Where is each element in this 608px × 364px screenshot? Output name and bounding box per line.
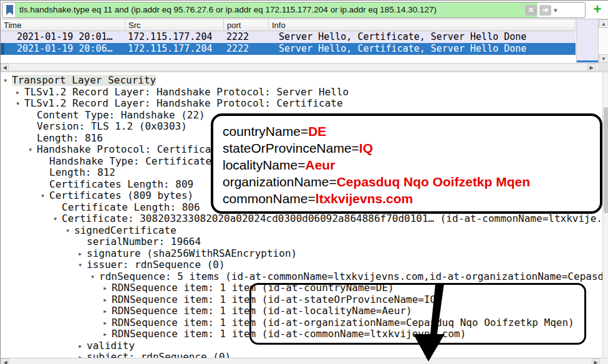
tree-row[interactable]: ▸RDNSequence item: 1 item (id-at-localit… — [1, 305, 602, 317]
tree-row[interactable]: ▾Transport Layer Security — [1, 75, 602, 87]
column-header-src[interactable]: Src — [125, 19, 224, 31]
tree-row-text: RDNSequence item: 1 item (id-at-commonNa… — [112, 328, 466, 340]
tree-row-text: TLSv1.2 Record Layer: Handshake Protocol… — [24, 87, 349, 98]
filter-toolbar: tls.handshake.type eq 11 and (ip.addr eq… — [1, 1, 608, 19]
packet-detail-pane: ▾Transport Layer Security▸TLSv1.2 Record… — [1, 70, 608, 364]
filter-query-text[interactable]: tls.handshake.type eq 11 and (ip.addr eq… — [19, 5, 437, 14]
expander-open-icon[interactable]: ▾ — [16, 98, 20, 110]
tree-row-text: signature (sha256WithRSAEncryption) — [87, 248, 297, 259]
close-icon: ✕ — [528, 6, 534, 14]
annotation-value: IQ — [359, 141, 373, 155]
tree-row[interactable]: serialNumber: 19664 — [1, 236, 602, 248]
cell-src: 172.115.177.204 — [125, 31, 224, 43]
plus-icon: + — [594, 1, 602, 17]
annotation-label: countryName= — [223, 124, 308, 138]
tree-row-text: RDNSequence item: 1 item (id-at-organiza… — [112, 317, 574, 328]
tree-row-text: Length: 812 — [49, 167, 115, 178]
annotation-label: localityName= — [223, 158, 305, 172]
expander-open-icon[interactable]: ▾ — [65, 225, 70, 237]
tree-row[interactable]: ▸subject: rdnSequence (0) — [1, 352, 602, 358]
packet-row[interactable]: 2021-01-19 20:06…172.115.177.2042222Serv… — [1, 43, 576, 55]
expander-closed-icon[interactable]: ▸ — [16, 87, 20, 98]
packet-list-vscrollbar[interactable]: ▲ ▼ — [598, 19, 608, 63]
expander-open-icon[interactable]: ▾ — [3, 75, 7, 87]
packet-list-hscrollbar[interactable]: ◀ ▶ — [1, 63, 598, 70]
arrow-right-icon: ➜ — [542, 6, 548, 14]
expander-closed-icon[interactable]: ▸ — [103, 282, 107, 294]
tree-row-text: serialNumber: 19664 — [87, 236, 201, 247]
scrollbar-corner — [598, 63, 608, 70]
tree-row[interactable]: ▾TLSv1.2 Record Layer: Handshake Protoco… — [1, 98, 602, 110]
tree-row-text: RDNSequence item: 1 item (id-at-stateOrP… — [112, 294, 442, 305]
tree-row-text: subject: rdnSequence (0) — [87, 352, 231, 358]
expander-closed-icon[interactable]: ▸ — [78, 248, 82, 260]
expander-open-icon[interactable]: ▾ — [90, 271, 95, 283]
annotation-line: localityName=Aeur — [223, 156, 600, 173]
filter-apply-button[interactable]: ➜ — [539, 5, 551, 16]
packet-list-minimap[interactable] — [576, 19, 598, 63]
tree-row[interactable]: ▸RDNSequence item: 1 item (id-at-stateOr… — [1, 294, 602, 306]
tree-row-text: Version: TLS 1.2 (0x0303) — [37, 121, 187, 132]
tree-row-text: RDNSequence item: 1 item (id-at-locality… — [112, 305, 412, 317]
expander-open-icon[interactable]: ▾ — [28, 144, 32, 156]
expander-closed-icon[interactable]: ▸ — [103, 305, 107, 317]
expander-closed-icon[interactable]: ▸ — [103, 294, 107, 306]
filter-bookmark-icon[interactable] — [6, 5, 13, 15]
cell-port: 2222 — [224, 31, 269, 43]
expander-open-icon[interactable]: ▾ — [53, 213, 57, 225]
annotation-line: organizationName=Cepasduq Nqo Ooifzetkp … — [223, 173, 600, 190]
tree-row-text: Transport Layer Security — [12, 75, 156, 86]
filter-clear-button[interactable]: ✕ — [525, 5, 537, 16]
scroll-down-icon[interactable]: ▼ — [599, 54, 608, 63]
annotation-value: ltxkvijevns.com — [316, 191, 413, 206]
tree-row-text: validity — [87, 340, 135, 352]
cell-time: 2021-01-19 20:01… — [1, 31, 125, 43]
tree-row[interactable]: ▸RDNSequence item: 1 item (id-at-country… — [1, 282, 602, 294]
expander-closed-icon[interactable]: ▸ — [103, 328, 107, 340]
display-filter-input[interactable]: tls.handshake.type eq 11 and (ip.addr eq… — [2, 2, 586, 18]
column-header-time[interactable]: Time — [1, 19, 125, 31]
wireshark-window: tls.handshake.type eq 11 and (ip.addr eq… — [0, 0, 608, 364]
tree-row[interactable]: ▸RDNSequence item: 1 item (id-at-commonN… — [1, 328, 602, 340]
tree-row[interactable]: ▾Certificate: 308203233082020a02024cd030… — [1, 213, 602, 225]
packet-list-header: Time Src port Info — [1, 19, 576, 31]
cell-info: Server Hello, Certificate, Server Hello … — [269, 31, 576, 43]
detail-vscrollbar[interactable] — [602, 72, 608, 358]
tree-row-text: issuer: rdnSequence (0) — [87, 259, 225, 271]
tree-row[interactable]: ▸TLSv1.2 Record Layer: Handshake Protoco… — [1, 87, 602, 98]
scrollbar-thumb[interactable] — [604, 107, 608, 213]
tree-row[interactable]: ▾signedCertificate — [1, 225, 602, 237]
tree-row[interactable]: ▾rdnSequence: 5 items (id-at-commonName=… — [1, 271, 602, 283]
cell-port: 2222 — [224, 43, 269, 55]
expander-closed-icon[interactable]: ▸ — [78, 352, 82, 358]
scroll-right-icon[interactable]: ▶ — [592, 358, 600, 364]
expander-open-icon[interactable]: ▾ — [41, 190, 45, 202]
tree-row[interactable]: ▾issuer: rdnSequence (0) — [1, 259, 602, 271]
cell-src: 172.115.177.204 — [125, 43, 224, 55]
tree-row-text: signedCertificate — [74, 225, 176, 236]
expander-open-icon[interactable]: ▾ — [78, 259, 82, 271]
tree-row[interactable]: ▸signature (sha256WithRSAEncryption) — [1, 248, 602, 260]
tree-row-text: Certificates (809 bytes) — [49, 190, 193, 201]
scroll-left-icon[interactable]: ◀ — [1, 358, 9, 364]
cell-info: Server Hello, Certificate, Server Hello … — [269, 43, 576, 55]
certificate-annotation-box: countryName=DEstateOrProvinceName=IQloca… — [211, 113, 602, 214]
tree-row-text: TLSv1.2 Record Layer: Handshake Protocol… — [24, 98, 343, 109]
packet-rows: 2021-01-19 20:01…172.115.177.2042222Serv… — [1, 31, 576, 55]
column-header-info[interactable]: Info — [269, 19, 576, 31]
expander-closed-icon[interactable]: ▸ — [78, 340, 82, 352]
packet-list: Time Src port Info 2021-01-19 20:01…172.… — [1, 19, 608, 70]
tree-row[interactable]: ▸validity — [1, 340, 602, 352]
annotation-label: commonName= — [223, 191, 316, 206]
tree-row-text: Certificate Length: 806 — [62, 202, 200, 213]
tree-row[interactable]: ▸RDNSequence item: 1 item (id-at-organiz… — [1, 317, 602, 329]
expander-closed-icon[interactable]: ▸ — [103, 317, 107, 329]
annotation-value: Aeur — [305, 158, 335, 172]
scroll-up-icon[interactable]: ▲ — [599, 19, 608, 28]
column-header-port[interactable]: port — [224, 19, 269, 31]
detail-hscrollbar[interactable] — [1, 358, 608, 364]
packet-row[interactable]: 2021-01-19 20:01…172.115.177.2042222Serv… — [1, 31, 576, 43]
add-filter-button[interactable]: + — [591, 3, 604, 17]
annotation-line: stateOrProvinceName=IQ — [223, 140, 600, 156]
filter-dropdown-caret-icon[interactable]: ▾ — [554, 6, 557, 14]
